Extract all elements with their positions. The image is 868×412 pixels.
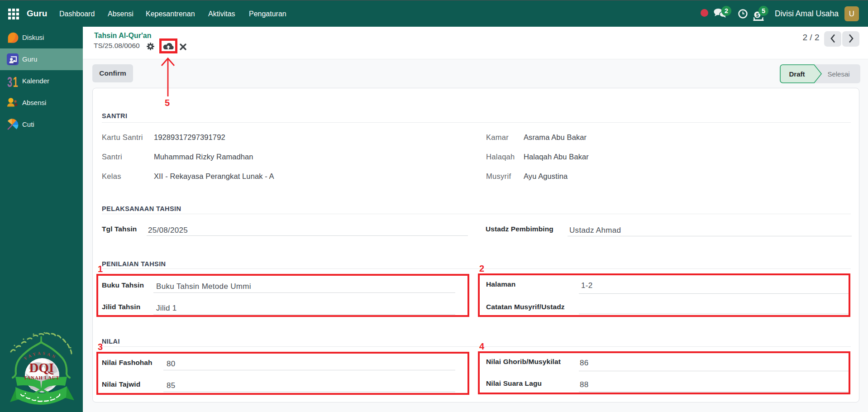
svg-text:3: 3 [7, 75, 12, 87]
svg-text:Draft: Draft [789, 70, 805, 78]
svg-text:Selesai: Selesai [827, 70, 849, 78]
svg-text:TANAH LAUT: TANAH LAUT [24, 375, 60, 380]
svg-text:$: $ [756, 12, 758, 18]
svg-text:DQI: DQI [29, 360, 54, 375]
svg-text:1: 1 [13, 75, 18, 87]
